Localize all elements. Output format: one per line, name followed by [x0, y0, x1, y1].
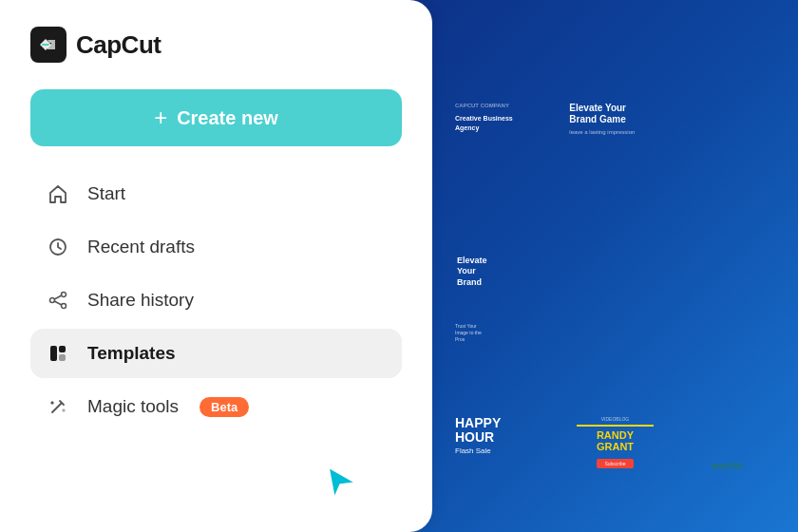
share-icon [46, 288, 70, 313]
sidebar: CapCut + Create new Start Recent dra [0, 0, 432, 532]
app-name: CapCut [76, 30, 161, 60]
sidebar-item-recent-drafts[interactable]: Recent drafts [30, 222, 402, 272]
create-new-button[interactable]: + Create new [30, 89, 402, 146]
home-icon [46, 181, 70, 206]
share-history-label: Share history [87, 290, 194, 311]
svg-point-4 [50, 298, 55, 303]
sidebar-item-templates[interactable]: Templates [30, 329, 402, 378]
clock-icon [46, 235, 70, 259]
template-thumbnail-8: VIDEOBLOG RANDYGRANT Subscribe [561, 407, 668, 511]
templates-grid: CAPCUT COMPANY Creative BusinessAgency B… [432, 87, 798, 532]
create-new-label: Create new [177, 107, 278, 129]
templates-label: Templates [87, 343, 176, 364]
magic-tools-label: Magic tools [87, 396, 179, 417]
svg-rect-7 [59, 346, 66, 352]
logo-area: CapCut [30, 27, 402, 63]
recent-drafts-label: Recent drafts [87, 237, 195, 257]
svg-point-3 [62, 293, 66, 297]
template-icon [46, 341, 70, 366]
right-panel: Image × ‹ 178 search results for monogra… [432, 0, 798, 532]
svg-point-5 [62, 304, 66, 309]
plus-icon: + [154, 106, 167, 129]
sidebar-item-start[interactable]: Start [30, 169, 402, 218]
capcut-logo-icon [30, 27, 66, 63]
nav-list: Start Recent drafts Share [30, 169, 402, 431]
template-card-8[interactable]: VIDEOBLOG RANDYGRANT Subscribe Other Ind… [561, 407, 668, 532]
beta-badge: Beta [200, 397, 249, 417]
sidebar-item-magic-tools[interactable]: Magic tools Beta [30, 382, 402, 431]
start-label: Start [87, 183, 125, 204]
svg-rect-1 [42, 44, 49, 46]
sidebar-item-share-history[interactable]: Share history [30, 276, 402, 325]
magic-icon [46, 394, 70, 419]
svg-rect-8 [59, 354, 66, 361]
svg-rect-6 [50, 346, 57, 361]
